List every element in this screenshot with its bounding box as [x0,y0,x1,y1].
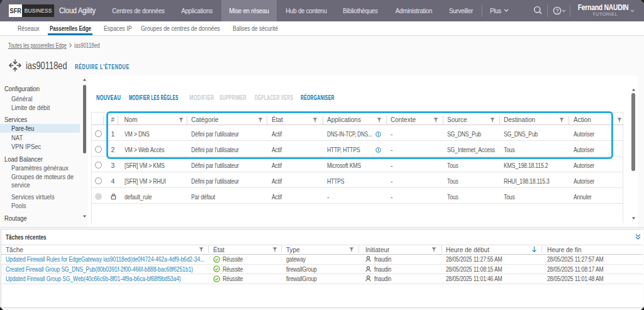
svg-text:?: ? [556,8,559,14]
